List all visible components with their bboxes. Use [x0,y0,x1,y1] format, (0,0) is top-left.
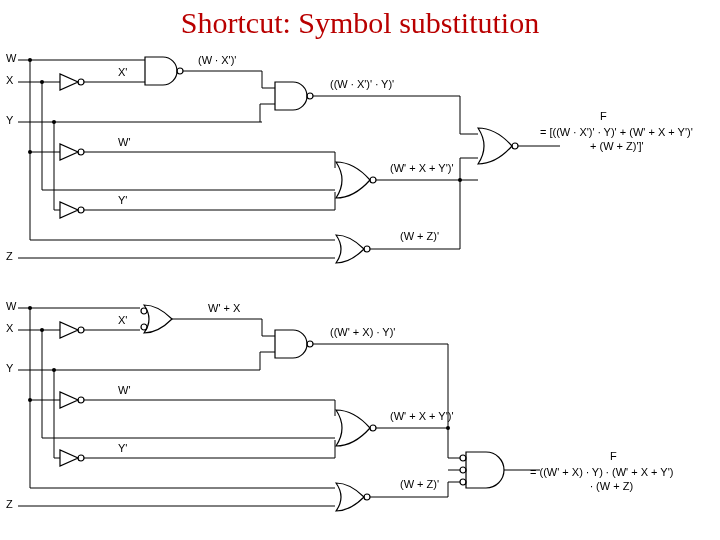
inverter-y-icon [60,202,84,218]
label-o1: W' + X [208,302,241,314]
label-n1: (W · X')' [198,54,236,66]
label-W: W [6,52,17,64]
nor-gate-icon [478,128,518,164]
label-yprime: Y' [118,194,127,206]
inverter-x-icon [60,322,84,338]
top-circuit: W X Y Z X' W' Y' (W · X')' [6,52,693,263]
label-n3: (W' + X + Y')' [390,162,454,174]
label-n4b: (W + Z)' [400,478,439,490]
label-W: W [6,300,17,312]
and-bubbled-gate-icon [460,452,504,488]
svg-point-57 [40,328,44,332]
nor-gate-icon [336,235,370,263]
or-bubbled-gate-icon [141,305,172,333]
label-n4: (W + Z)' [400,230,439,242]
nand-gate-icon [275,82,313,110]
label-n3b: (W' + X + Y')' [390,410,454,422]
label-F-bot: F [610,450,617,462]
bottom-circuit: W X Y Z X' W' Y' W' + X [6,300,673,511]
inverter-x-icon [60,74,84,90]
eq-F-bot2: · (W + Z) [590,480,633,492]
svg-point-62 [28,398,32,402]
label-n2: ((W · X')' · Y)' [330,78,394,90]
label-yprime: Y' [118,442,127,454]
label-Z: Z [6,498,13,510]
inverter-y-icon [60,450,84,466]
svg-point-16 [40,80,44,84]
nand-gate-icon [275,330,313,358]
nand-gate-icon [145,57,183,85]
nor-gate-icon [336,162,376,198]
svg-point-87 [446,426,450,430]
eq-F-top1: = [((W · X')' · Y)' + (W' + X + Y')' [540,126,693,138]
page-title: Shortcut: Symbol substitution [0,0,720,40]
label-X: X [6,322,14,334]
label-xprime: X' [118,314,127,326]
svg-point-48 [458,178,462,182]
svg-point-59 [52,368,56,372]
label-wprime: W' [118,136,130,148]
inverter-w-icon [60,144,84,160]
inverter-w-icon [60,392,84,408]
eq-F-bot1: = ((W' + X) · Y) · (W' + X + Y') [530,466,673,478]
svg-point-55 [28,306,32,310]
nor-gate-icon [336,410,376,446]
label-Z: Z [6,250,13,262]
circuit-diagram: W X Y Z X' W' Y' (W · X')' [0,40,720,540]
label-Y: Y [6,362,14,374]
svg-point-21 [28,150,32,154]
label-n2b: ((W' + X) · Y)' [330,326,395,338]
eq-F-top2: + (W + Z)']' [590,140,644,152]
nor-gate-icon [336,483,370,511]
svg-point-18 [52,120,56,124]
label-wprime: W' [118,384,130,396]
svg-point-14 [28,58,32,62]
label-F-top: F [600,110,607,122]
label-X: X [6,74,14,86]
label-Y: Y [6,114,14,126]
label-xprime: X' [118,66,127,78]
